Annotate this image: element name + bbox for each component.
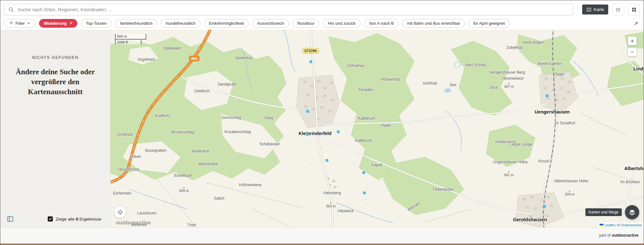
place-label: Kalkbruch xyxy=(358,116,375,121)
filter-button-label: Filter xyxy=(15,21,25,26)
place-label: Breite Egerten xyxy=(538,61,562,66)
town-label: Lindflur xyxy=(633,66,644,71)
map-view-label: Karte xyxy=(594,7,604,12)
top-bar: Karte xyxy=(0,0,644,19)
town-label: Geroldshausen xyxy=(513,217,547,222)
filter-icon xyxy=(9,21,14,25)
remove-filter-icon[interactable]: × xyxy=(70,21,72,25)
page-footer: part of outdooractive xyxy=(0,228,644,245)
grid-icon xyxy=(631,7,637,13)
place-label: Hohe Bögen xyxy=(523,40,544,45)
locate-icon xyxy=(117,209,123,215)
poi-marker[interactable] xyxy=(546,95,548,97)
list-view-button[interactable] xyxy=(612,4,624,15)
outdooractive-link[interactable]: Outdooractive xyxy=(621,223,642,227)
place-label: Zobelholz xyxy=(506,45,523,50)
layers-icon xyxy=(629,209,636,216)
expand-button[interactable] xyxy=(631,19,640,28)
place-label: Leutsbrunn xyxy=(137,211,157,215)
active-filter-chip-wanderung[interactable]: Wanderung × xyxy=(39,19,77,28)
filter-button[interactable]: Filter xyxy=(4,19,35,28)
poi-marker[interactable] xyxy=(362,171,365,174)
place-label: Sandgrube xyxy=(218,82,237,86)
place-label: Steig xyxy=(264,116,273,120)
filter-chip-aussichtsreich[interactable]: Aussichtsreich xyxy=(252,19,289,28)
peak-elevation-label: ▲341 m xyxy=(504,171,514,177)
place-label: See xyxy=(449,83,456,87)
filter-chip-hin-und-zurueck[interactable]: Hin und zurück xyxy=(323,19,360,28)
place-label: Himmelreich xyxy=(502,76,524,81)
place-label: Häseleck xyxy=(338,209,353,213)
active-filter-label: Wanderung xyxy=(44,21,67,26)
attribution-separator: | © xyxy=(615,223,620,227)
place-label: Üngershäuser Höhe xyxy=(493,160,527,164)
place-label: Spitalwald xyxy=(163,46,181,50)
show-all-results-label: Zeige alle 0 Ergebnisse xyxy=(56,217,101,222)
poi-marker[interactable] xyxy=(543,205,546,208)
filter-chip-familienfreundlich[interactable]: familienfreundlich xyxy=(115,19,157,28)
place-label: Kosakenschlag xyxy=(225,130,251,134)
poi-marker[interactable] xyxy=(310,60,312,63)
show-all-results-toggle[interactable]: Zeige alle 0 Ergebnisse xyxy=(48,216,101,222)
place-label: Finkenäcker xyxy=(433,187,454,192)
footer-brand: outdooractive xyxy=(612,233,639,238)
search-box[interactable] xyxy=(4,4,573,15)
layers-button[interactable] xyxy=(625,205,639,219)
map-icon xyxy=(586,7,591,12)
place-label: Trieb xyxy=(187,223,196,227)
empty-state-title: NICHTS GEFUNDEN xyxy=(0,55,110,60)
poi-marker[interactable] xyxy=(326,159,328,162)
filter-chip-top-touren[interactable]: Top-Touren xyxy=(81,19,111,28)
place-label: Hühnerwiese xyxy=(239,183,262,187)
layers-tooltip: Karten und Wege xyxy=(585,208,622,216)
poi-marker[interactable] xyxy=(306,110,309,113)
content-area: NICHTS GEFUNDEN Ändere deine Suche oder … xyxy=(0,30,644,228)
empty-state-message: Ändere deine Suche oder vergrößere den K… xyxy=(12,67,99,97)
filter-chip-einkehrmoeglichkeit[interactable]: Einkehrmöglichkeit xyxy=(204,19,249,28)
place-label: Albertshauser Höhe xyxy=(554,179,588,183)
list-icon xyxy=(615,7,621,13)
results-checkbox[interactable] xyxy=(48,216,53,222)
sidebar-bottom-bar: Zeige alle 0 Ergebnisse xyxy=(0,215,110,222)
place-label: Kalkbruch xyxy=(355,138,372,143)
place-label: Im Brühlein xyxy=(620,180,640,184)
collapse-sidebar-button[interactable] xyxy=(7,215,14,222)
place-label: Vogelherd xyxy=(138,57,155,62)
place-label: Hainsberg xyxy=(323,191,341,195)
place-label: Hirschhölzle xyxy=(118,167,139,172)
place-label: Birken xyxy=(130,154,141,159)
place-label: Uengershäuser Berg xyxy=(489,70,525,75)
filter-chip-rundtour[interactable]: Rundtour xyxy=(293,19,319,28)
place-label: Achthub xyxy=(423,81,437,86)
filter-chip-april-geeignet[interactable]: für April geeignet xyxy=(468,19,510,28)
grid-view-button[interactable] xyxy=(628,4,640,15)
filter-chip-bahn-und-bus[interactable]: mit Bahn und Bus erreichbar xyxy=(402,19,465,28)
zoom-in-button[interactable]: + xyxy=(628,37,637,45)
locate-button[interactable] xyxy=(114,206,126,218)
scale-imperial: 2000 ft xyxy=(115,39,141,44)
filter-chip-hundefreundlich[interactable]: hundefreundlich xyxy=(161,19,200,28)
bottom-accent-strip xyxy=(0,243,644,245)
zoom-out-button[interactable]: − xyxy=(628,48,637,56)
place-label: Kraftholz xyxy=(155,113,170,118)
place-label: Speierling xyxy=(235,56,252,60)
filter-chip-von-a-nach-b[interactable]: Von A nach B xyxy=(364,19,399,28)
footer-prefix: part of xyxy=(599,233,610,238)
poi-marker[interactable] xyxy=(363,192,366,194)
map-scale-control: 500 m 2000 ft xyxy=(115,34,146,44)
place-label: Weinstraße xyxy=(198,162,218,166)
town-label: Albertshausen xyxy=(624,166,644,171)
map-view-button[interactable]: Karte xyxy=(582,5,608,14)
place-label: Kapell xyxy=(371,163,382,167)
poi-marker[interactable] xyxy=(337,131,340,133)
poi-marker[interactable] xyxy=(306,133,309,136)
leaflet-link[interactable]: Leaflet xyxy=(604,223,615,227)
peak-elevation-label: ▲363 m xyxy=(326,202,336,208)
map[interactable]: SpitalwaldVogelherdSpeierlingOchsenauHüh… xyxy=(111,30,644,228)
place-label: Schäbacker xyxy=(259,142,280,146)
filter-bar: Filter Wanderung × Top-Touren familienfr… xyxy=(0,19,644,30)
place-label: Ochsenau xyxy=(347,63,365,68)
place-label: Schellkopf xyxy=(174,173,191,178)
search-input[interactable] xyxy=(17,7,569,13)
town-label: Kleinrinderfeld xyxy=(299,131,332,136)
